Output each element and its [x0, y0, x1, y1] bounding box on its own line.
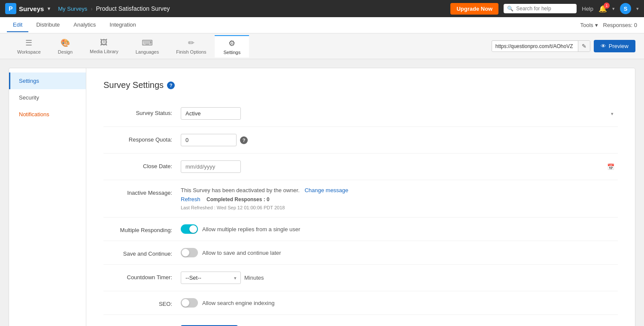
close-date-label: Close Date: [103, 160, 172, 169]
multiple-responding-control: Allow multiple replies from a single use… [181, 224, 618, 234]
breadcrumb-my-surveys[interactable]: My Surveys [58, 6, 87, 12]
nav-item-integration[interactable]: Integration [103, 18, 142, 32]
top-nav-right: Upgrade Now 🔍 Help 🔔 1 ▾ S ▾ [450, 3, 639, 15]
preview-label: Preview [609, 43, 629, 49]
countdown-timer-select-wrap: --Set-- 5 10 15 20 30 60 ▾ [181, 272, 241, 284]
brand-icon: P [5, 3, 16, 14]
notification-bell[interactable]: 🔔 1 [598, 5, 607, 13]
inactive-message-label: Inactive Message: [103, 187, 172, 196]
countdown-timer-select[interactable]: --Set-- 5 10 15 20 30 60 [181, 272, 241, 284]
response-quota-label: Response Quota: [103, 134, 172, 143]
save-continue-toggle-wrap: Allow to save and continue later [181, 248, 618, 257]
close-date-row: Close Date: 📅 [103, 154, 618, 180]
toolbar-label-languages: Languages [136, 49, 159, 54]
multiple-responding-toggle-label: Allow multiple replies from a single use… [202, 226, 300, 232]
brand-logo[interactable]: P Surveys ▼ [5, 3, 51, 14]
seo-toggle-label: Allow search engine indexing [202, 300, 274, 306]
notification-badge: 1 [604, 3, 610, 9]
nav-right-tools: Tools ▾ Responses: 0 [580, 22, 637, 28]
toolbar-item-workspace[interactable]: ☰ Workspace [9, 36, 49, 57]
settings-icon: ⚙ [228, 39, 235, 48]
countdown-timer-label: Countdown Timer: [103, 272, 172, 281]
survey-status-label: Survey Status: [103, 107, 172, 116]
media-library-icon: 🖼 [100, 38, 108, 47]
chevron-down-icon: ▾ [611, 111, 614, 116]
refresh-link[interactable]: Refresh [181, 196, 200, 202]
multiple-responding-row: Multiple Responding: Allow multiple repl… [103, 217, 618, 241]
nav-item-distribute[interactable]: Distribute [30, 18, 66, 32]
url-input-wrap: ✎ [492, 40, 590, 52]
top-navigation: P Surveys ▼ My Surveys › Product Satisfa… [0, 0, 644, 17]
countdown-timer-control: --Set-- 5 10 15 20 30 60 ▾ Minutes [181, 272, 618, 284]
user-dropdown-arrow: ▾ [612, 6, 615, 12]
toolbar-url-area: ✎ 👁 Preview [492, 40, 635, 52]
search-input[interactable] [516, 6, 573, 12]
save-continue-control: Allow to save and continue later [181, 248, 618, 257]
design-icon: 🎨 [61, 38, 70, 48]
sidebar-item-notifications[interactable]: Notifications [9, 106, 86, 123]
search-icon: 🔍 [507, 6, 513, 12]
main-content: Settings Security Notifications Survey S… [0, 59, 644, 326]
survey-url-input[interactable] [492, 41, 578, 51]
response-quota-control: ? [181, 134, 618, 146]
toolbar: ☰ Workspace 🎨 Design 🖼 Media Library ⌨ L… [0, 33, 644, 59]
url-edit-button[interactable]: ✎ [578, 41, 590, 51]
nav-item-analytics[interactable]: Analytics [67, 18, 102, 32]
brand-dropdown-icon[interactable]: ▼ [46, 6, 51, 11]
response-quota-input[interactable] [181, 134, 237, 146]
inactive-message-text: This Survey has been deactivated by the … [181, 187, 618, 193]
save-button-wrap: Save Changes [103, 315, 618, 326]
tools-dropdown[interactable]: Tools ▾ [580, 22, 598, 28]
page-title: Survey Settings ? [103, 80, 618, 90]
responses-count: Responses: 0 [603, 22, 638, 28]
inactive-message-control: This Survey has been deactivated by the … [181, 187, 618, 210]
search-box[interactable]: 🔍 [504, 4, 577, 13]
close-date-input[interactable] [181, 160, 241, 173]
last-refreshed-text: Last Refreshed : Wed Sep 12 01:00:06 PDT… [181, 205, 618, 210]
preview-button[interactable]: 👁 Preview [594, 40, 635, 52]
help-link[interactable]: Help [582, 6, 593, 12]
change-message-link[interactable]: Change message [304, 187, 348, 193]
toolbar-item-design[interactable]: 🎨 Design [49, 36, 81, 57]
toolbar-label-workspace: Workspace [17, 49, 41, 54]
languages-icon: ⌨ [142, 38, 153, 48]
upgrade-button[interactable]: Upgrade Now [450, 3, 498, 15]
calendar-icon[interactable]: 📅 [607, 163, 614, 170]
sidebar-item-settings[interactable]: Settings [9, 72, 86, 89]
finish-options-icon: ✏ [188, 38, 194, 48]
multiple-responding-label: Multiple Responding: [103, 224, 172, 233]
settings-help-icon[interactable]: ? [167, 82, 175, 89]
response-quota-row: Response Quota: ? [103, 127, 618, 154]
breadcrumb-current-survey: Product Satisfaction Survey [96, 5, 170, 12]
save-continue-toggle-label: Allow to save and continue later [202, 250, 281, 256]
inactive-message-content: This Survey has been deactivated by the … [181, 187, 618, 210]
nav-item-edit[interactable]: Edit [7, 18, 28, 32]
settings-content-area: Survey Settings ? Survey Status: Active … [86, 68, 635, 326]
user-avatar[interactable]: S [620, 3, 631, 14]
survey-status-select[interactable]: Active Inactive Closed [181, 107, 241, 120]
toolbar-item-languages[interactable]: ⌨ Languages [127, 36, 167, 57]
preview-icon: 👁 [601, 43, 606, 49]
toolbar-item-finish-options[interactable]: ✏ Finish Options [167, 36, 215, 57]
save-continue-toggle[interactable] [181, 248, 198, 257]
survey-status-select-wrap: Active Inactive Closed ▾ [181, 107, 618, 120]
inactive-message-row: Inactive Message: This Survey has been d… [103, 180, 618, 217]
breadcrumb: My Surveys › Product Satisfaction Survey [58, 5, 450, 12]
save-continue-label: Save and Continue: [103, 248, 172, 257]
seo-control: Allow search engine indexing [181, 298, 618, 308]
toolbar-label-media-library: Media Library [90, 49, 118, 54]
seo-toggle[interactable] [181, 298, 198, 308]
seo-row: SEO: Allow search engine indexing [103, 291, 618, 315]
toolbar-label-finish-options: Finish Options [176, 49, 206, 54]
countdown-timer-wrap: --Set-- 5 10 15 20 30 60 ▾ Minutes [181, 272, 618, 284]
multiple-responding-toggle[interactable] [181, 224, 198, 234]
toolbar-item-media-library[interactable]: 🖼 Media Library [81, 36, 127, 57]
toolbar-item-settings[interactable]: ⚙ Settings [215, 35, 249, 57]
response-quota-input-wrap: ? [181, 134, 618, 146]
response-quota-help-icon[interactable]: ? [240, 136, 248, 144]
countdown-timer-row: Countdown Timer: --Set-- 5 10 15 20 30 6 [103, 265, 618, 291]
workspace-icon: ☰ [25, 38, 32, 48]
seo-label: SEO: [103, 298, 172, 307]
second-navigation: Edit Distribute Analytics Integration To… [0, 17, 644, 33]
sidebar-item-security[interactable]: Security [9, 89, 86, 106]
